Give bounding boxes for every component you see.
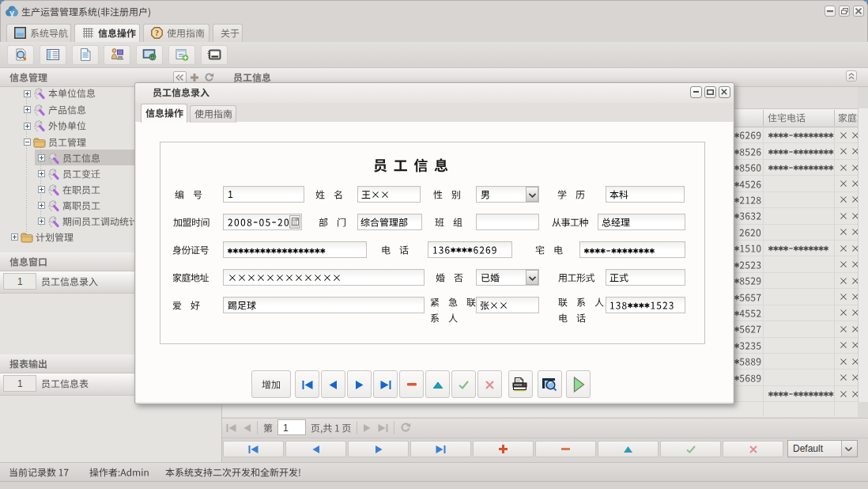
- svg-text:?: ?: [155, 28, 159, 37]
- svg-text:y: y: [9, 8, 15, 17]
